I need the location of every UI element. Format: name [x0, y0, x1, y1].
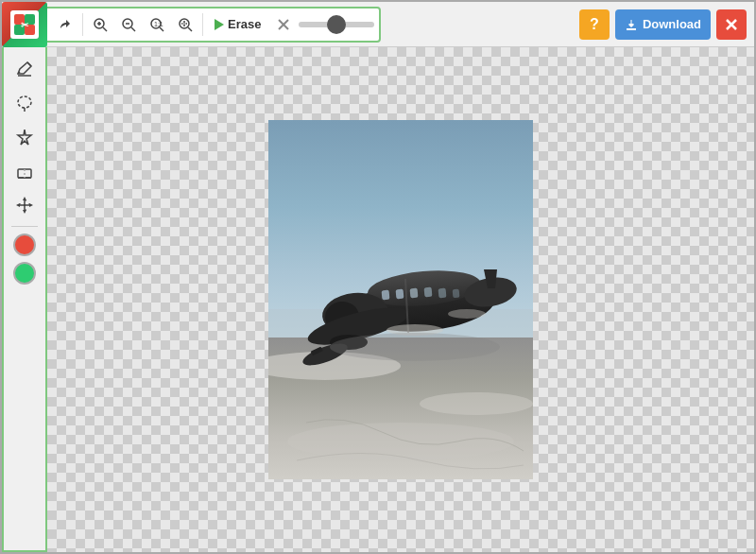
- magic-wand-icon: [15, 128, 34, 147]
- red-color-button[interactable]: [13, 234, 36, 256]
- divider-2: [202, 13, 203, 36]
- svg-point-50: [420, 392, 533, 415]
- cancel-button[interactable]: [270, 11, 297, 38]
- logo-inner: ✂: [10, 10, 39, 39]
- app-logo: ✂: [2, 2, 47, 47]
- logo-icon: ✂: [14, 14, 35, 35]
- left-sidebar: [2, 47, 47, 552]
- lasso-icon: [15, 94, 34, 113]
- pencil-icon: [15, 60, 34, 78]
- divider-1: [82, 13, 83, 36]
- erase-label: Erase: [228, 17, 261, 31]
- svg-rect-54: [382, 290, 390, 301]
- toolbar-history-zoom-group: 1:1 Erase: [17, 7, 381, 43]
- erase-button[interactable]: Erase: [207, 13, 268, 35]
- help-label: ?: [590, 16, 599, 33]
- brush-size-slider[interactable]: [299, 22, 374, 27]
- zoom-in-button[interactable]: [87, 11, 113, 38]
- main-image: [268, 120, 533, 479]
- svg-rect-57: [424, 287, 433, 298]
- svg-line-13: [160, 27, 163, 31]
- move-icon: [15, 196, 34, 215]
- app-container: ✂: [0, 0, 756, 554]
- help-button[interactable]: ?: [579, 9, 610, 40]
- svg-rect-56: [410, 288, 419, 299]
- play-icon: [215, 19, 224, 30]
- svg-point-70: [448, 309, 486, 319]
- eraser-tool-button[interactable]: [9, 155, 41, 187]
- download-label: Download: [643, 17, 701, 31]
- green-color-button[interactable]: [13, 262, 36, 285]
- magic-wand-tool-button[interactable]: [9, 121, 41, 153]
- top-toolbar: ✂: [2, 2, 754, 47]
- svg-rect-59: [453, 289, 460, 299]
- close-top-icon: [725, 18, 738, 31]
- svg-point-71: [330, 333, 500, 361]
- svg-rect-24: [630, 20, 631, 26]
- zoom-fit-button[interactable]: 1:1: [144, 11, 170, 38]
- svg-rect-22: [627, 28, 636, 30]
- download-icon: [625, 18, 638, 31]
- download-button[interactable]: Download: [615, 9, 711, 40]
- svg-line-16: [188, 27, 192, 31]
- zoom-reset-button[interactable]: [172, 11, 198, 38]
- lasso-tool-button[interactable]: [9, 87, 41, 119]
- svg-text:1:1: 1:1: [154, 21, 163, 27]
- svg-marker-31: [18, 130, 31, 145]
- svg-line-6: [103, 27, 107, 31]
- top-right-buttons: ? Download: [579, 9, 747, 40]
- airplane-image-svg: [268, 120, 533, 479]
- canvas-area[interactable]: [47, 47, 754, 552]
- svg-line-10: [131, 27, 135, 31]
- sidebar-divider: [11, 226, 39, 227]
- svg-point-29: [18, 96, 31, 108]
- svg-rect-55: [396, 289, 404, 300]
- svg-text:✂: ✂: [21, 20, 29, 30]
- zoom-out-button[interactable]: [115, 11, 142, 38]
- svg-rect-58: [438, 288, 447, 299]
- svg-point-51: [287, 423, 514, 460]
- close-top-button[interactable]: [716, 9, 747, 40]
- pencil-tool-button[interactable]: [9, 53, 41, 85]
- redo-button[interactable]: [52, 11, 78, 38]
- eraser-icon: [15, 162, 34, 181]
- move-tool-button[interactable]: [9, 189, 41, 221]
- main-content: [2, 47, 754, 552]
